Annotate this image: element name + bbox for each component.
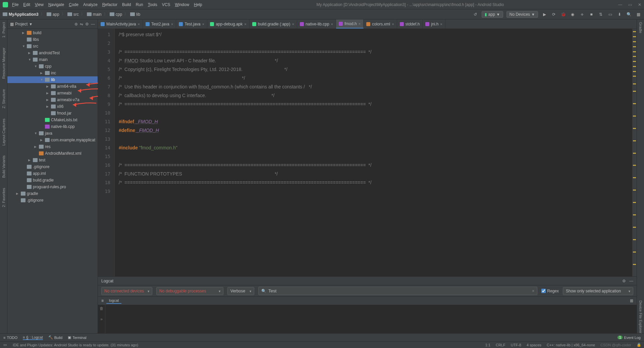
- close-icon[interactable]: ✕: [638, 2, 641, 7]
- gear-icon[interactable]: ⚙: [622, 279, 626, 283]
- tree-armeabi[interactable]: ▶armeabi: [7, 90, 98, 96]
- tree-libs[interactable]: libs: [7, 36, 98, 43]
- close-tab-icon[interactable]: ×: [331, 22, 333, 26]
- close-tab-icon[interactable]: ×: [138, 22, 140, 26]
- logcat-settings-icon[interactable]: ⊞: [630, 298, 633, 303]
- menu-build[interactable]: Build: [122, 2, 131, 7]
- tree-x86[interactable]: ▶x86: [7, 103, 98, 110]
- avd-manager-icon[interactable]: ▭: [607, 11, 613, 17]
- code-editor[interactable]: /*$ preserve start $*/ /* ==============…: [115, 29, 632, 276]
- crumb-project[interactable]: MyApplication3: [3, 12, 39, 17]
- status-line-separator[interactable]: CRLF: [496, 343, 505, 347]
- bottom-terminal[interactable]: ▣ Terminal: [68, 335, 87, 340]
- regex-checkbox[interactable]: Regex: [541, 289, 559, 293]
- back-arrow-icon[interactable]: ↺: [472, 11, 478, 17]
- tree-gitignore2[interactable]: .gitignore: [7, 197, 98, 204]
- minimize-icon[interactable]: —: [618, 2, 622, 7]
- tree-fmodjar[interactable]: fmod.jar: [7, 110, 98, 117]
- crumb-lib[interactable]: lib: [130, 12, 140, 17]
- filter-selector[interactable]: Show only selected application▼: [563, 287, 633, 295]
- tab-jni[interactable]: jni.h×: [423, 19, 445, 28]
- status-info-icon[interactable]: ▭: [3, 343, 7, 347]
- tab-apk[interactable]: app-debug.apk×: [207, 19, 250, 28]
- menu-run[interactable]: Run: [136, 2, 143, 7]
- process-selector[interactable]: No debuggable processes▼: [156, 287, 223, 295]
- clear-search-icon[interactable]: ×: [532, 289, 534, 293]
- tool-device-file-explorer[interactable]: Device File Explorer: [639, 300, 643, 333]
- status-encoding[interactable]: UTF-8: [511, 343, 521, 347]
- line-gutter[interactable]: 12345678910111213141516171819: [98, 29, 115, 276]
- status-context[interactable]: C++: native-lib | x86_64-none: [547, 343, 595, 347]
- scroll-end-icon[interactable]: »: [100, 317, 103, 322]
- tool-structure[interactable]: Z: Structure: [2, 89, 6, 108]
- close-tab-icon[interactable]: ×: [171, 22, 173, 26]
- menu-file[interactable]: FFileile: [12, 2, 18, 7]
- tree-nativelib[interactable]: native-lib.cpp: [7, 123, 98, 130]
- maximize-icon[interactable]: ▭: [628, 2, 632, 7]
- bottom-logcat[interactable]: ≡ 6: 6: LogcatLogcat: [23, 335, 43, 340]
- tool-resource-manager[interactable]: Resource Manager: [2, 48, 6, 79]
- tool-gradle[interactable]: Gradle: [639, 22, 643, 33]
- tool-build-variants[interactable]: Build Variants: [2, 155, 6, 178]
- tree-test[interactable]: ▶test: [7, 157, 98, 163]
- run-config-selector[interactable]: ▮app▼: [482, 11, 503, 18]
- tree-res[interactable]: ▶res: [7, 143, 98, 150]
- menu-edit[interactable]: EditEdit: [23, 2, 30, 7]
- tree-inc[interactable]: ▶inc: [7, 70, 98, 76]
- status-message[interactable]: IDE and Plugin Updates: Android Studio i…: [13, 343, 480, 347]
- tree-armeabiv7a[interactable]: ▶armeabi-v7a: [7, 96, 98, 103]
- marker-strip[interactable]: [632, 29, 637, 276]
- hide-panel-icon[interactable]: —: [91, 22, 95, 26]
- editor-body[interactable]: 12345678910111213141516171819 /*$ preser…: [98, 29, 637, 276]
- bottom-todo[interactable]: ≡ TODO: [3, 336, 17, 340]
- sdk-manager-icon[interactable]: ⬇: [616, 11, 623, 17]
- tree-cmakelists[interactable]: CMakeLists.txt: [7, 117, 98, 123]
- tool-project[interactable]: 1: Project: [2, 22, 6, 38]
- apply-changes-icon[interactable]: ⟳: [551, 11, 557, 17]
- tree-build[interactable]: ▶build: [7, 29, 98, 36]
- sync-icon[interactable]: ⇅: [598, 11, 604, 17]
- bottom-event-log[interactable]: 1 Event Log: [618, 336, 641, 340]
- close-tab-icon[interactable]: ×: [202, 22, 204, 26]
- crumb-cpp[interactable]: cpp: [110, 12, 122, 17]
- crumb-src[interactable]: src: [67, 12, 79, 17]
- close-tab-icon[interactable]: ×: [292, 22, 294, 26]
- tree-gradle[interactable]: ▶gradle: [7, 190, 98, 197]
- crumb-main[interactable]: main: [87, 12, 102, 17]
- search-icon[interactable]: 🔍: [626, 11, 632, 17]
- log-search[interactable]: 🔍 ×: [258, 287, 537, 295]
- project-tree[interactable]: ▶build libs ▼src ▶androidTest ▼main ▼cpp…: [7, 29, 98, 333]
- hide-panel-icon[interactable]: —: [629, 279, 633, 283]
- tree-gitignore[interactable]: .gitignore: [7, 163, 98, 170]
- bottom-build[interactable]: 🔨 Build: [48, 335, 62, 340]
- close-tab-icon[interactable]: ×: [244, 22, 246, 26]
- tool-favorites[interactable]: 2: Favorites: [2, 188, 6, 207]
- attach-debugger-icon[interactable]: ⎆: [579, 11, 585, 17]
- tab-gradle[interactable]: build.gradle (:app)×: [250, 19, 297, 28]
- status-indent[interactable]: 4 spaces: [527, 343, 541, 347]
- collapse-all-icon[interactable]: ⇋: [80, 22, 83, 26]
- menu-tools[interactable]: ToolsTools: [148, 2, 157, 7]
- tab-colors[interactable]: colors.xml×: [364, 19, 397, 28]
- menu-analyze[interactable]: Analyze: [83, 2, 98, 7]
- menu-refactor[interactable]: RefactorRefactor: [102, 2, 117, 7]
- tab-stddef[interactable]: stddef.h: [397, 19, 423, 28]
- project-view-selector[interactable]: ▦ Project ▼: [10, 22, 72, 26]
- tree-manifest[interactable]: AndroidManifest.xml: [7, 150, 98, 157]
- tree-package[interactable]: ▶com.example.myapplicat: [7, 137, 98, 143]
- tree-proguard[interactable]: proguard-rules.pro: [7, 184, 98, 190]
- device-selector[interactable]: No connected devices▼: [101, 287, 152, 295]
- menu-code[interactable]: CodeCode: [69, 2, 78, 7]
- tab-fmodh[interactable]: fmod.h×: [336, 19, 364, 28]
- menu-vcs[interactable]: VCS: [162, 2, 170, 7]
- stop-icon[interactable]: ■: [588, 11, 594, 17]
- menu-view[interactable]: ViewView: [35, 2, 44, 7]
- tab-test2[interactable]: Test2.java×: [143, 19, 176, 28]
- close-tab-icon[interactable]: ×: [440, 22, 442, 26]
- settings-icon[interactable]: ▦: [635, 11, 641, 17]
- status-position[interactable]: 1:1: [485, 343, 490, 347]
- tree-buildgradle[interactable]: build.gradle: [7, 177, 98, 184]
- close-tab-icon[interactable]: ×: [359, 22, 361, 26]
- clear-log-icon[interactable]: 🗑: [100, 306, 104, 311]
- tree-cpp[interactable]: ▼cpp: [7, 63, 98, 70]
